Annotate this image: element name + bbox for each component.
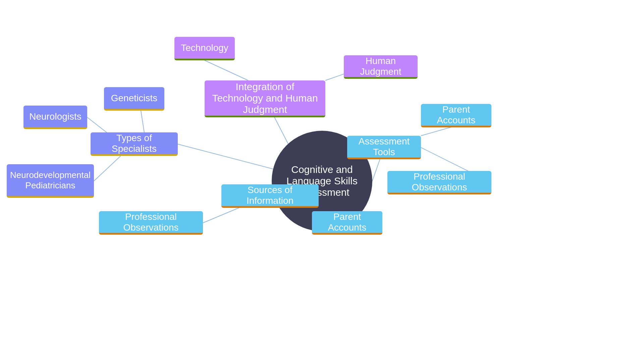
human-judgment-node: Human Judgment: [344, 55, 418, 79]
svg-line-6: [94, 156, 121, 181]
parent-accounts-bottom-node: Parent Accounts: [312, 211, 382, 235]
parent-accounts-right-node: Parent Accounts: [421, 104, 491, 127]
types-of-specialists-node: Types of Specialists: [91, 132, 178, 156]
neurodevelopmental-node: Neurodevelopmental Pediatricians: [7, 164, 94, 198]
svg-line-4: [141, 111, 144, 132]
geneticists-node: Geneticists: [104, 87, 164, 111]
mind-map: Cognitive and Language Skills Assessment…: [0, 0, 644, 362]
professional-observations-right-node: Professional Observations: [387, 171, 491, 194]
neurologists-node: Neurologists: [23, 106, 87, 129]
technology-node: Technology: [174, 37, 235, 60]
assessment-tools-node: Assessment Tools: [347, 136, 421, 159]
integration-node: Integration of Technology and Human Judg…: [205, 80, 325, 117]
professional-observations-left-node: Professional Observations: [99, 211, 203, 235]
svg-line-1: [205, 60, 248, 80]
sources-of-information-node: Sources of Information: [221, 184, 319, 208]
